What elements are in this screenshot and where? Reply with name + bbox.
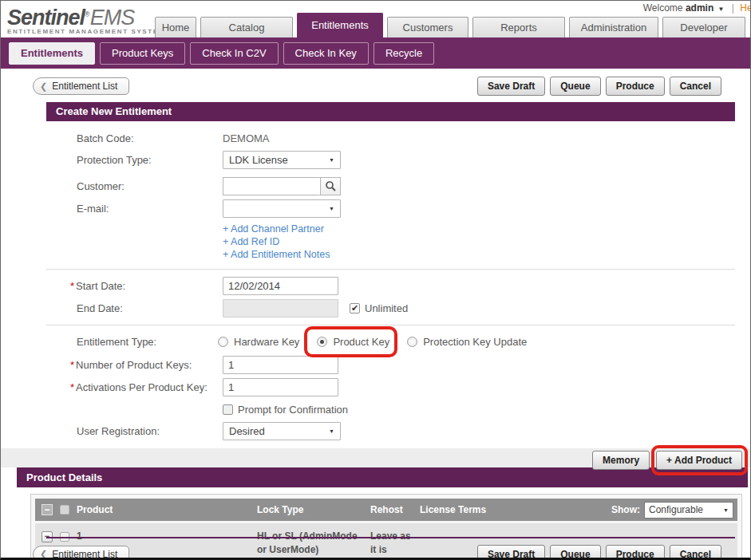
number-of-product-keys-input[interactable] (223, 356, 338, 374)
add-entitlement-notes-link[interactable]: + Add Entitlement Notes (223, 249, 330, 260)
product-details-buttons: Memory + Add Product (592, 451, 742, 470)
activations-row: *Activations Per Product Key: (77, 378, 750, 396)
top-toolbar: ❮ Entitlement List Save Draft Queue Prod… (1, 69, 750, 96)
prompt-confirmation-checkbox[interactable] (223, 404, 233, 415)
entitlement-list-back-button[interactable]: ❮ Entitlement List (33, 77, 129, 95)
protection-type-row: Protection Type: LDK License ▼ (77, 151, 750, 169)
help-link[interactable]: Help (740, 2, 751, 14)
cancel-button-bottom[interactable]: Cancel (670, 545, 721, 560)
dates-section: *Start Date: End Date: ✔ Unlimited (1, 277, 750, 317)
activations-label: Activations Per Product Key: (76, 381, 208, 393)
produce-button-bottom[interactable]: Produce (606, 545, 665, 560)
start-date-label: Start Date: (76, 280, 125, 292)
email-select[interactable]: ▼ (223, 199, 341, 218)
bottom-bar: ❮ Entitlement List Save Draft Queue Prod… (1, 537, 750, 560)
sentinel-ems-window: Sentinel®EMS ENTITLEMENT MANAGEMENT SYST… (0, 0, 751, 560)
subtab-recycle[interactable]: Recycle (374, 42, 434, 65)
email-label: E-mail: (77, 203, 223, 215)
unlimited-checkbox[interactable]: ✔ (350, 303, 360, 314)
back-arrow-icon: ❮ (40, 82, 47, 91)
protection-key-update-radio[interactable]: Protection Key Update (407, 334, 527, 349)
user-menu-caret-icon[interactable]: ▼ (718, 6, 725, 13)
radio-icon (218, 337, 228, 347)
type-section: Entitlement Type: Hardware Key Product K… (1, 333, 750, 440)
user-registration-select[interactable]: Desired ▼ (223, 422, 341, 440)
subtab-product-keys[interactable]: Product Keys (100, 42, 185, 65)
nav-tab-home[interactable]: Home (155, 17, 196, 37)
add-ref-id-link[interactable]: + Add Ref ID (223, 236, 330, 247)
logo-product-text: EMS (90, 6, 135, 30)
entitlement-form: Batch Code: DEMOMA Protection Type: LDK … (1, 121, 750, 262)
top-action-buttons: Save Draft Queue Produce Cancel (477, 77, 721, 96)
end-date-row: End Date: ✔ Unlimited (77, 299, 750, 317)
nav-tab-administration[interactable]: Administration (569, 17, 658, 37)
license-terms-column-header: License Terms (417, 504, 611, 515)
batch-code-label: Batch Code: (77, 132, 223, 144)
show-label: Show: (611, 504, 640, 515)
back-button-label: Entitlement List (52, 81, 117, 92)
add-product-button[interactable]: + Add Product (656, 451, 742, 470)
subtab-entitlements[interactable]: Entitlements (9, 42, 95, 65)
radio-icon (317, 337, 327, 347)
rehost-column-header: Rehost (370, 504, 417, 515)
registered-mark: ® (85, 10, 89, 18)
memory-button[interactable]: Memory (592, 451, 650, 470)
batch-code-row: Batch Code: DEMOMA (77, 129, 750, 147)
customer-search-button[interactable] (320, 177, 341, 195)
back-button-label: Entitlement List (52, 549, 117, 560)
username: admin (686, 2, 713, 14)
sub-nav-bar: Entitlements Product Keys Check In C2V C… (1, 37, 750, 69)
customer-input[interactable] (223, 177, 320, 195)
nav-tab-developer[interactable]: Developer (662, 17, 745, 37)
chevron-down-icon: ▼ (329, 157, 334, 163)
entitlement-type-row: Entitlement Type: Hardware Key Product K… (77, 333, 750, 350)
nav-tab-catalog[interactable]: Catalog (200, 17, 293, 37)
product-key-radio[interactable]: Product Key (317, 334, 389, 349)
prompt-confirmation-label: Prompt for Confirmation (238, 404, 348, 416)
entitlement-list-back-button-bottom[interactable]: ❮ Entitlement List (33, 546, 129, 560)
bottom-divider (46, 537, 735, 538)
activations-input[interactable] (223, 378, 338, 396)
start-date-input[interactable] (223, 277, 338, 295)
divider: | (732, 2, 734, 14)
prompt-confirmation-wrap[interactable]: Prompt for Confirmation (223, 404, 348, 416)
select-all-checkbox[interactable] (60, 505, 69, 515)
show-filter-select[interactable]: Configurable ▼ (644, 502, 733, 519)
hardware-key-radio[interactable]: Hardware Key (218, 334, 299, 349)
welcome-text: Welcome (643, 2, 683, 14)
save-draft-button[interactable]: Save Draft (477, 77, 545, 96)
protection-type-select[interactable]: LDK License ▼ (223, 151, 341, 169)
queue-button[interactable]: Queue (550, 77, 600, 96)
main-content: ❮ Entitlement List Save Draft Queue Prod… (1, 69, 750, 560)
top-header: Sentinel®EMS ENTITLEMENT MANAGEMENT SYST… (1, 1, 750, 37)
nav-tab-entitlements[interactable]: Entitlements (297, 13, 383, 37)
form-divider (46, 325, 735, 325)
start-date-row: *Start Date: (77, 277, 750, 295)
unlimited-label: Unlimited (365, 302, 408, 314)
sub-nav-tabs: Entitlements Product Keys Check In C2V C… (9, 42, 434, 65)
welcome-bar: Welcome admin ▼ | Help (643, 2, 751, 14)
radio-icon (407, 337, 417, 347)
queue-button-bottom[interactable]: Queue (550, 545, 600, 560)
cancel-button[interactable]: Cancel (670, 77, 721, 96)
protection-key-update-label: Protection Key Update (423, 336, 527, 348)
bottom-action-buttons: Save Draft Queue Produce Cancel (477, 545, 721, 560)
add-links-row: + Add Channel Partner + Add Ref ID + Add… (77, 222, 750, 262)
subtab-check-in-c2v[interactable]: Check In C2V (190, 42, 278, 65)
product-table-header: − Product Lock Type Rehost License Terms… (35, 499, 737, 521)
unlimited-checkbox-wrap[interactable]: ✔ Unlimited (350, 302, 408, 314)
add-channel-partner-link[interactable]: + Add Channel Partner (223, 223, 330, 235)
logo-brand-text: Sentinel (7, 6, 85, 30)
user-registration-label: User Registration: (77, 425, 223, 437)
nav-tab-reports[interactable]: Reports (472, 17, 565, 37)
nav-tab-customers[interactable]: Customers (387, 17, 468, 37)
end-date-label: End Date: (77, 302, 223, 314)
save-draft-button-bottom[interactable]: Save Draft (477, 545, 545, 560)
produce-button[interactable]: Produce (606, 77, 665, 96)
required-asterisk: * (70, 359, 74, 371)
collapse-all-icon[interactable]: − (42, 504, 53, 515)
product-key-label: Product Key (333, 336, 389, 348)
subtab-check-in-key[interactable]: Check In Key (283, 42, 369, 65)
bottom-toolbar: ❮ Entitlement List Save Draft Queue Prod… (1, 543, 750, 560)
customer-label: Customer: (77, 180, 223, 192)
